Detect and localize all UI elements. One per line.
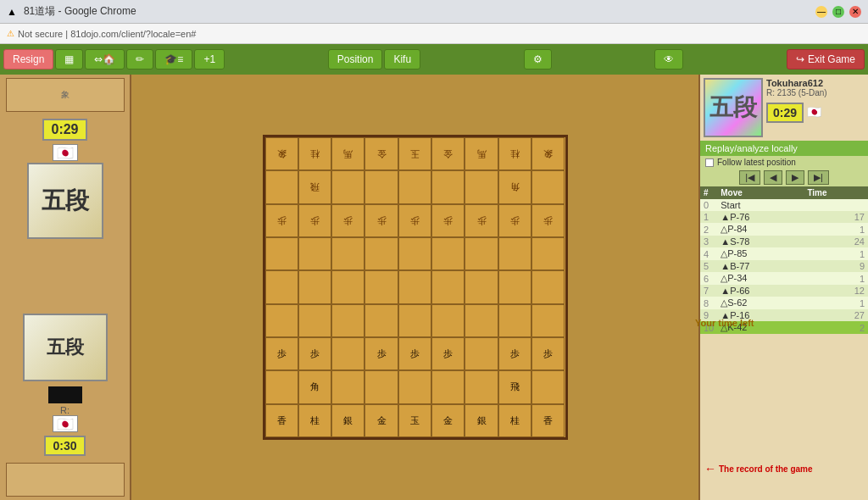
board-cell[interactable] <box>465 370 498 403</box>
table-row[interactable]: 5▲B-779 <box>700 260 868 272</box>
board-cell[interactable] <box>331 304 364 337</box>
next-btn[interactable]: ▶ <box>786 170 804 185</box>
board-cell[interactable]: 歩 <box>531 204 565 237</box>
board-cell[interactable] <box>265 270 298 303</box>
board-cell[interactable] <box>331 337 364 370</box>
board-cell[interactable] <box>531 170 565 203</box>
board-cell[interactable] <box>265 370 298 403</box>
board-cell[interactable] <box>431 237 465 270</box>
board-cell[interactable]: 飛 <box>298 170 331 203</box>
resign-button[interactable]: Resign <box>3 49 53 69</box>
board-cell[interactable]: 桂 <box>298 137 331 170</box>
board-cell[interactable] <box>331 170 364 203</box>
board-cell[interactable] <box>498 270 531 303</box>
board-cell[interactable]: 銀 <box>465 404 498 437</box>
board-cell[interactable] <box>398 370 431 403</box>
board-cell[interactable]: 飛 <box>498 370 531 403</box>
board-cell[interactable]: 歩 <box>364 337 398 370</box>
table-row[interactable]: 0Start <box>700 199 868 211</box>
table-row[interactable]: 8△S-621 <box>700 297 868 309</box>
table-row[interactable]: 2△P-841 <box>700 223 868 236</box>
board-cell[interactable] <box>265 304 298 337</box>
board-cell[interactable]: 象 <box>265 137 298 170</box>
last-btn[interactable]: ▶| <box>808 170 829 185</box>
board-cell[interactable]: 金 <box>364 137 398 170</box>
table-row[interactable]: 10△K-422 <box>700 321 868 334</box>
board-cell[interactable] <box>265 170 298 203</box>
board-cell[interactable] <box>498 304 531 337</box>
url-text[interactable]: Not secure | 81dojo.com/client/?locale=e… <box>18 29 196 39</box>
board-cell[interactable] <box>364 370 398 403</box>
board-cell[interactable] <box>465 237 498 270</box>
prev-btn[interactable]: ◀ <box>764 170 782 185</box>
brush-button[interactable]: ✏ <box>126 49 153 69</box>
board-cell[interactable] <box>398 170 431 203</box>
board-cell[interactable]: 歩 <box>398 204 431 237</box>
board-cell[interactable]: 歩 <box>265 204 298 237</box>
board-cell[interactable] <box>431 170 465 203</box>
board-cell[interactable] <box>364 170 398 203</box>
board-cell[interactable]: 馬 <box>331 137 364 170</box>
board-cell[interactable] <box>465 170 498 203</box>
board-cell[interactable] <box>331 370 364 403</box>
eye-button[interactable]: 👁 <box>654 49 683 69</box>
plus1-button[interactable]: +1 <box>194 49 225 69</box>
replay-bar[interactable]: Replay/analyze locally <box>700 141 868 156</box>
table-row[interactable]: 3▲S-7824 <box>700 236 868 247</box>
board-cell[interactable] <box>364 270 398 303</box>
position-button[interactable]: Position <box>328 49 383 69</box>
board-cell[interactable] <box>465 270 498 303</box>
board-cell[interactable]: 玉 <box>398 404 431 437</box>
board-cell[interactable] <box>431 370 465 403</box>
board-cell[interactable] <box>364 237 398 270</box>
table-row[interactable]: 4△P-851 <box>700 247 868 260</box>
board-cell[interactable] <box>465 304 498 337</box>
board-cell[interactable]: 桂 <box>298 404 331 437</box>
board-cell[interactable] <box>465 337 498 370</box>
board-cell[interactable]: 銀 <box>331 404 364 437</box>
table-row[interactable]: 1▲P-7617 <box>700 211 868 223</box>
board-cell[interactable] <box>431 270 465 303</box>
board-cell[interactable]: 玉 <box>398 137 431 170</box>
board-cell[interactable] <box>431 304 465 337</box>
board-cell[interactable]: 歩 <box>498 337 531 370</box>
board-cell[interactable]: 金 <box>364 404 398 437</box>
board-cell[interactable] <box>298 304 331 337</box>
board-cell[interactable] <box>331 237 364 270</box>
board-cell[interactable]: 歩 <box>431 204 465 237</box>
follow-checkbox[interactable] <box>705 158 714 167</box>
board-cell[interactable]: 歩 <box>265 337 298 370</box>
board-cell[interactable] <box>531 237 565 270</box>
close-btn[interactable]: ✕ <box>849 6 861 18</box>
shogi-board[interactable]: 象桂馬金玉金馬桂象飛角歩歩歩歩歩歩歩歩歩歩歩歩歩歩歩歩角飛香桂銀金玉金銀桂香 <box>263 135 568 440</box>
table-row[interactable]: 9▲P-1627 <box>700 309 868 321</box>
kifu-button[interactable]: Kifu <box>384 49 420 69</box>
board-cell[interactable] <box>298 237 331 270</box>
board-cell[interactable] <box>298 270 331 303</box>
board-cell[interactable]: 歩 <box>298 204 331 237</box>
board-cell[interactable]: 歩 <box>531 337 565 370</box>
board-cell[interactable] <box>398 270 431 303</box>
board-cell[interactable]: 歩 <box>431 337 465 370</box>
table-row[interactable]: 6△P-341 <box>700 272 868 285</box>
board-cell[interactable] <box>364 304 398 337</box>
board-cell[interactable]: 香 <box>265 404 298 437</box>
board-cell[interactable]: 歩 <box>498 204 531 237</box>
exit-button[interactable]: ↪ Exit Game <box>787 49 865 69</box>
board-cell[interactable]: 角 <box>298 370 331 403</box>
board-cell[interactable] <box>398 237 431 270</box>
board-cell[interactable] <box>265 237 298 270</box>
board-cell[interactable] <box>498 237 531 270</box>
board-cell[interactable] <box>398 304 431 337</box>
board-cell[interactable]: 歩 <box>398 337 431 370</box>
board-cell[interactable] <box>331 270 364 303</box>
first-btn[interactable]: |◀ <box>739 170 760 185</box>
table-row[interactable]: 7▲P-6612 <box>700 285 868 297</box>
board-cell[interactable] <box>531 270 565 303</box>
hat-button[interactable]: 🎓≡ <box>155 49 192 69</box>
settings-button[interactable]: ⚙ <box>524 49 552 69</box>
board-cell[interactable]: 香 <box>531 404 565 437</box>
board-cell[interactable]: 金 <box>431 137 465 170</box>
board-cell[interactable]: 桂 <box>498 404 531 437</box>
board-cell[interactable]: 歩 <box>298 337 331 370</box>
